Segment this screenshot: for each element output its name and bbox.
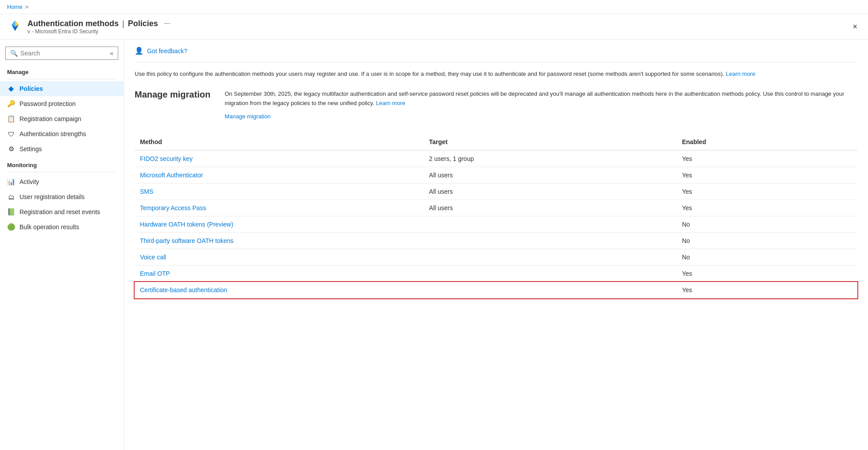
policy-description: Use this policy to configure the authent…: [135, 70, 857, 79]
method-link[interactable]: Third-party software OATH tokens: [140, 237, 233, 244]
method-target: 2 users, 1 group: [424, 150, 677, 167]
table-row: Certificate-based authenticationYes: [135, 282, 857, 298]
migration-title: Manage migration: [135, 90, 210, 100]
method-enabled: Yes: [677, 200, 857, 216]
policies-icon: ◆: [7, 85, 15, 93]
more-options-button[interactable]: ···: [162, 19, 173, 28]
feedback-link[interactable]: Got feedback?: [147, 47, 187, 55]
method-target: [424, 233, 677, 249]
sidebar-item-label-settings: Settings: [19, 145, 42, 153]
breadcrumb-separator: >: [25, 4, 29, 10]
method-link[interactable]: Temporary Access Pass: [140, 204, 206, 211]
page-title: Policies: [128, 19, 158, 28]
table-row: Temporary Access PassAll usersYes: [135, 200, 857, 216]
sidebar-item-user-registration-details[interactable]: 🗂User registration details: [0, 189, 124, 204]
monitoring-section-label: Monitoring: [0, 157, 124, 170]
method-enabled: Yes: [677, 282, 857, 298]
sidebar-item-policies[interactable]: ◆Policies: [0, 81, 124, 96]
sidebar-item-label-bulk-operation-results: Bulk operation results: [19, 223, 79, 231]
user-registration-details-icon: 🗂: [7, 193, 15, 201]
search-input[interactable]: [20, 50, 107, 57]
col-header-enabled: Enabled: [677, 134, 857, 150]
app-title: Authentication methods: [27, 19, 119, 28]
manage-migration-link[interactable]: Manage migration: [225, 113, 857, 120]
authentication-strengths-icon: 🛡: [7, 130, 15, 138]
method-link[interactable]: Email OTP: [140, 270, 170, 277]
sidebar-item-registration-reset-events[interactable]: 📗Registration and reset events: [0, 204, 124, 219]
migration-learn-more[interactable]: Learn more: [376, 100, 405, 106]
app-version: v: [27, 28, 30, 35]
sidebar-item-label-registration-campaign: Registration campaign: [19, 115, 81, 122]
method-link[interactable]: SMS: [140, 188, 153, 195]
close-button[interactable]: ×: [849, 20, 861, 33]
app-icon: [7, 19, 23, 35]
collapse-sidebar-button[interactable]: «: [110, 50, 113, 57]
method-link[interactable]: FIDO2 security key: [140, 155, 193, 162]
table-row: Third-party software OATH tokensNo: [135, 233, 857, 249]
search-icon: 🔍: [10, 50, 18, 57]
description-learn-more[interactable]: Learn more: [726, 70, 755, 77]
app-subtitle: - Microsoft Entra ID Security: [32, 28, 98, 35]
method-enabled: No: [677, 233, 857, 249]
settings-icon: ⚙: [7, 145, 15, 153]
sidebar-item-label-activity: Activity: [19, 178, 39, 185]
activity-icon: 📊: [7, 178, 15, 186]
method-enabled: Yes: [677, 167, 857, 184]
method-target: [424, 282, 677, 298]
title-separator: |: [122, 19, 124, 28]
method-link[interactable]: Hardware OATH tokens (Preview): [140, 221, 233, 228]
sidebar-item-label-registration-reset-events: Registration and reset events: [19, 208, 100, 215]
sidebar-item-authentication-strengths[interactable]: 🛡Authentication strengths: [0, 126, 124, 141]
method-link[interactable]: Voice call: [140, 254, 166, 261]
sidebar-item-registration-campaign[interactable]: 📋Registration campaign: [0, 111, 124, 126]
registration-reset-events-icon: 📗: [7, 208, 15, 216]
method-target: All users: [424, 167, 677, 184]
method-target: [424, 216, 677, 233]
migration-description: On September 30th, 2025, the legacy mult…: [225, 90, 857, 108]
breadcrumb-home[interactable]: Home: [7, 4, 23, 10]
sidebar-item-password-protection[interactable]: 🔑Password protection: [0, 96, 124, 111]
sidebar-item-label-user-registration-details: User registration details: [19, 193, 85, 200]
table-row: FIDO2 security key2 users, 1 groupYes: [135, 150, 857, 167]
method-link[interactable]: Microsoft Authenticator: [140, 172, 203, 179]
sidebar-item-label-policies: Policies: [19, 85, 43, 92]
table-row: Hardware OATH tokens (Preview)No: [135, 216, 857, 233]
method-target: [424, 266, 677, 282]
table-row: Email OTPYes: [135, 266, 857, 282]
method-target: All users: [424, 200, 677, 216]
sidebar-item-label-password-protection: Password protection: [19, 100, 76, 107]
sidebar-item-bulk-operation-results[interactable]: 🟢Bulk operation results: [0, 219, 124, 235]
table-row: Voice callNo: [135, 249, 857, 266]
method-target: [424, 249, 677, 266]
method-link[interactable]: Certificate-based authentication: [140, 286, 227, 293]
table-row: Microsoft AuthenticatorAll usersYes: [135, 167, 857, 184]
bulk-operation-results-icon: 🟢: [7, 223, 15, 231]
password-protection-icon: 🔑: [7, 100, 15, 108]
registration-campaign-icon: 📋: [7, 115, 15, 123]
method-enabled: Yes: [677, 150, 857, 167]
method-enabled: No: [677, 249, 857, 266]
method-enabled: No: [677, 216, 857, 233]
methods-table: Method Target Enabled FIDO2 security key…: [135, 134, 857, 298]
sidebar-item-label-authentication-strengths: Authentication strengths: [19, 130, 86, 137]
method-enabled: Yes: [677, 184, 857, 200]
table-row: SMSAll usersYes: [135, 184, 857, 200]
sidebar-item-settings[interactable]: ⚙Settings: [0, 141, 124, 157]
method-enabled: Yes: [677, 266, 857, 282]
sidebar-item-activity[interactable]: 📊Activity: [0, 174, 124, 189]
method-target: All users: [424, 184, 677, 200]
manage-section-label: Manage: [0, 67, 124, 77]
col-header-target: Target: [424, 134, 677, 150]
feedback-icon: 👤: [135, 47, 143, 55]
col-header-method: Method: [135, 134, 424, 150]
